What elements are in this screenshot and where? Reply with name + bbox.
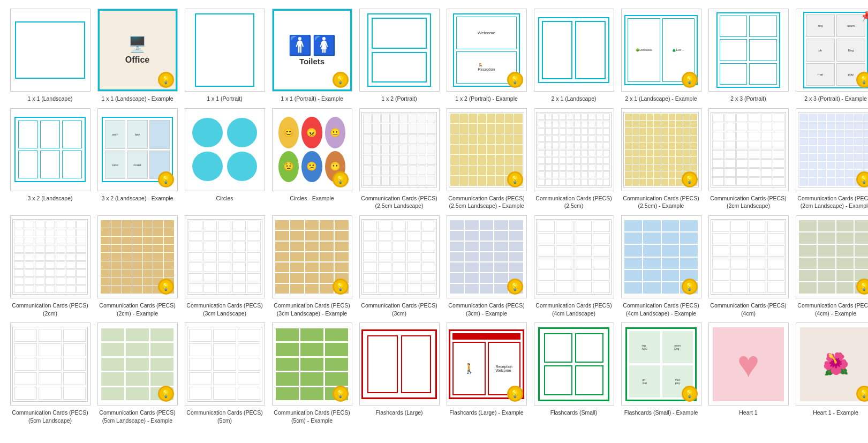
card-thumb-comm-cards-pecs-5cm-landscape-example: 💡 <box>97 322 178 406</box>
card-label-comm-cards-pecs-4cm-landscape: Communication Cards (PECS) (4cm Landscap… <box>532 302 615 317</box>
card-comm-cards-pecs-3cm-example[interactable]: 💡Communication Cards (PECS) (3cm) - Exam… <box>445 215 528 317</box>
bulb-badge[interactable]: 💡 <box>158 279 174 295</box>
card-label-comm-cards-pecs-2cm-landscape-example: Communication Cards (PECS) (2cm Landscap… <box>794 194 868 210</box>
card-comm-cards-pecs-25cm-landscape-example[interactable]: 💡Communication Cards (PECS) (2.5cm Lands… <box>445 108 528 210</box>
card-2x3-portrait-example[interactable]: regassmphEngmatplay📌💡2 x 3 (Portrait) - … <box>794 9 868 103</box>
card-thumb-comm-cards-pecs-5cm <box>185 322 265 406</box>
bulb-badge[interactable]: 💡 <box>507 386 523 402</box>
card-comm-cards-pecs-25cm[interactable]: Communication Cards (PECS) (2.5cm) <box>532 108 615 210</box>
card-comm-cards-pecs-4cm-example[interactable]: 💡Communication Cards (PECS) (4cm) - Exam… <box>794 215 868 317</box>
bulb-badge[interactable]: 💡 <box>682 72 698 88</box>
card-flashcards-small-example[interactable]: regABCassmEngphmatmatplay💡Flashcards (Sm… <box>620 322 703 424</box>
card-circles-example[interactable]: 😊😠😐😟😕😶💡Circles - Example <box>270 108 353 210</box>
card-label-2x1-landscape: 2 x 1 (Landscape) <box>551 95 596 103</box>
card-3x2-landscape[interactable]: 3 x 2 (Landscape) <box>9 108 92 210</box>
card-thumb-1x1-landscape-example: 🖥️Office💡 <box>97 9 178 92</box>
bulb-badge[interactable]: 💡 <box>158 386 174 402</box>
card-comm-cards-pecs-3cm-landscape-example[interactable]: 💡Communication Cards (PECS) (3cm Landsca… <box>270 215 353 317</box>
card-label-comm-cards-pecs-25cm-example: Communication Cards (PECS) (2.5cm) - Exa… <box>620 194 703 210</box>
card-label-comm-cards-pecs-3cm: Communication Cards (PECS) (3cm) <box>358 302 441 317</box>
bulb-badge[interactable]: 💡 <box>333 386 349 402</box>
card-thumb-flashcards-large <box>359 322 440 406</box>
card-thumb-2x3-portrait-example: regassmphEngmatplay📌💡 <box>796 9 869 92</box>
card-1x1-landscape[interactable]: 1 x 1 (Landscape) <box>9 9 92 103</box>
card-1x2-portrait[interactable]: 1 x 2 (Portrait) <box>358 9 441 103</box>
card-circles[interactable]: Circles <box>183 108 266 210</box>
card-comm-cards-pecs-2cm[interactable]: Communication Cards (PECS) (2cm) <box>9 215 92 317</box>
card-heart-1[interactable]: ♥Heart 1 <box>707 322 790 424</box>
card-comm-cards-pecs-3cm[interactable]: Communication Cards (PECS) (3cm) <box>358 215 441 317</box>
card-label-2x3-portrait: 2 x 3 (Portrait) <box>730 95 766 103</box>
card-thumb-comm-cards-pecs-3cm-landscape-example: 💡 <box>272 215 352 298</box>
card-comm-cards-pecs-25cm-example[interactable]: 💡Communication Cards (PECS) (2.5cm) - Ex… <box>620 108 703 210</box>
card-thumb-comm-cards-pecs-2cm-example: 💡 <box>97 215 178 298</box>
card-comm-cards-pecs-5cm-landscape-example[interactable]: 💡Communication Cards (PECS) (5cm Landsca… <box>96 322 179 424</box>
card-heart-1-example[interactable]: 🌺💡Heart 1 - Example <box>794 322 868 424</box>
card-comm-cards-pecs-2cm-landscape-example[interactable]: 💡Communication Cards (PECS) (2cm Landsca… <box>794 108 868 210</box>
bulb-badge[interactable]: 💡 <box>333 72 349 88</box>
card-thumb-3x2-landscape <box>10 108 90 191</box>
card-comm-cards-pecs-5cm-example[interactable]: 💡Communication Cards (PECS) (5cm) - Exam… <box>270 322 353 424</box>
card-comm-cards-pecs-3cm-landscape[interactable]: Communication Cards (PECS) (3cm Landscap… <box>183 215 266 317</box>
card-label-flashcards-small-example: Flashcards (Small) - Example <box>624 409 698 417</box>
card-thumb-comm-cards-pecs-2cm <box>10 215 90 298</box>
card-thumb-1x1-portrait-example: 🚹🚺Toilets💡 <box>272 9 352 92</box>
card-comm-cards-pecs-4cm[interactable]: Communication Cards (PECS) (4cm) <box>707 215 790 317</box>
bulb-badge[interactable]: 💡 <box>158 72 174 88</box>
card-1x2-portrait-example[interactable]: Welcome🪑Reception💡1 x 2 (Portrait) - Exa… <box>445 9 528 103</box>
card-thumb-1x2-portrait <box>359 9 440 92</box>
card-1x1-portrait-example[interactable]: 🚹🚺Toilets💡1 x 1 (Portrait) - Example <box>270 9 353 103</box>
card-thumb-comm-cards-pecs-4cm-landscape <box>534 215 614 298</box>
card-label-1x1-landscape-example: 1 x 1 (Landscape) - Example <box>101 95 173 103</box>
card-comm-cards-pecs-2cm-example[interactable]: 💡Communication Cards (PECS) (2cm) - Exam… <box>96 215 179 317</box>
card-thumb-comm-cards-pecs-2cm-landscape <box>708 108 789 191</box>
card-label-comm-cards-pecs-25cm-landscape: Communication Cards (PECS) (2.5cm Landsc… <box>358 194 441 210</box>
card-label-circles-example: Circles - Example <box>290 194 334 202</box>
card-label-comm-cards-pecs-3cm-landscape-example: Communication Cards (PECS) (3cm Landscap… <box>270 302 353 317</box>
card-thumb-comm-cards-pecs-5cm-landscape <box>10 322 90 406</box>
card-comm-cards-pecs-5cm-landscape[interactable]: Communication Cards (PECS) (5cm Landscap… <box>9 322 92 424</box>
card-thumb-1x2-portrait-example: Welcome🪑Reception💡 <box>447 9 527 92</box>
card-thumb-2x1-landscape-example: 🌳Deciduous🌲Ever…💡 <box>621 9 701 92</box>
card-comm-cards-pecs-25cm-landscape[interactable]: Communication Cards (PECS) (2.5cm Landsc… <box>358 108 441 210</box>
card-label-comm-cards-pecs-4cm-example: Communication Cards (PECS) (4cm) - Examp… <box>794 302 868 317</box>
card-label-comm-cards-pecs-4cm-landscape-example: Communication Cards (PECS) (4cm Landscap… <box>620 302 703 317</box>
card-2x1-landscape-example[interactable]: 🌳Deciduous🌲Ever…💡2 x 1 (Landscape) - Exa… <box>620 9 703 103</box>
card-comm-cards-pecs-4cm-landscape[interactable]: Communication Cards (PECS) (4cm Landscap… <box>532 215 615 317</box>
card-1x1-landscape-example[interactable]: 🖥️Office💡1 x 1 (Landscape) - Example <box>96 9 179 103</box>
card-label-flashcards-large: Flashcards (Large) <box>375 409 422 417</box>
bulb-badge[interactable]: 💡 <box>682 386 698 402</box>
card-label-heart-1: Heart 1 <box>739 409 757 417</box>
card-flashcards-large[interactable]: Flashcards (Large) <box>358 322 441 424</box>
bulb-badge[interactable]: 💡 <box>158 171 174 187</box>
card-label-circles: Circles <box>216 194 233 202</box>
card-2x3-portrait[interactable]: 2 x 3 (Portrait) <box>707 9 790 103</box>
card-label-3x2-landscape: 3 x 2 (Landscape) <box>27 194 72 202</box>
bulb-badge[interactable]: 💡 <box>682 171 698 187</box>
card-flashcards-small[interactable]: Flashcards (Small) <box>532 322 615 424</box>
card-thumb-comm-cards-pecs-2cm-landscape-example: 💡 <box>796 108 869 191</box>
card-label-comm-cards-pecs-5cm: Communication Cards (PECS) (5cm) <box>183 409 266 424</box>
card-label-comm-cards-pecs-4cm: Communication Cards (PECS) (4cm) <box>707 302 790 317</box>
card-label-comm-cards-pecs-3cm-example: Communication Cards (PECS) (3cm) - Examp… <box>445 302 528 317</box>
card-label-flashcards-large-example: Flashcards (Large) - Example <box>449 409 523 417</box>
card-comm-cards-pecs-5cm[interactable]: Communication Cards (PECS) (5cm) <box>183 322 266 424</box>
card-label-1x1-portrait-example: 1 x 1 (Portrait) - Example <box>281 95 343 103</box>
bulb-badge[interactable]: 💡 <box>682 279 698 295</box>
template-grid: 1 x 1 (Landscape)🖥️Office💡1 x 1 (Landsca… <box>0 0 868 433</box>
card-flashcards-large-example[interactable]: 🚶ReceptionWelcome💡Flashcards (Large) - E… <box>445 322 528 424</box>
bulb-badge[interactable]: 💡 <box>507 171 523 187</box>
card-comm-cards-pecs-2cm-landscape[interactable]: Communication Cards (PECS) (2cm Landscap… <box>707 108 790 210</box>
card-thumb-heart-1: ♥ <box>708 322 789 406</box>
bulb-badge[interactable]: 💡 <box>333 171 349 187</box>
card-thumb-flashcards-small-example: regABCassmEngphmatmatplay💡 <box>621 322 701 406</box>
bulb-badge[interactable]: 💡 <box>507 72 523 88</box>
bulb-badge[interactable]: 💡 <box>507 279 523 295</box>
card-2x1-landscape[interactable]: 2 x 1 (Landscape) <box>532 9 615 103</box>
card-1x1-portrait[interactable]: 1 x 1 (Portrait) <box>183 9 266 103</box>
card-comm-cards-pecs-4cm-landscape-example[interactable]: 💡Communication Cards (PECS) (4cm Landsca… <box>620 215 703 317</box>
card-3x2-landscape-example[interactable]: archbaycavecoast💡3 x 2 (Landscape) - Exa… <box>96 108 179 210</box>
card-label-comm-cards-pecs-25cm-landscape-example: Communication Cards (PECS) (2.5cm Landsc… <box>445 194 528 210</box>
bulb-badge[interactable]: 💡 <box>333 279 349 295</box>
card-thumb-flashcards-large-example: 🚶ReceptionWelcome💡 <box>447 322 527 406</box>
